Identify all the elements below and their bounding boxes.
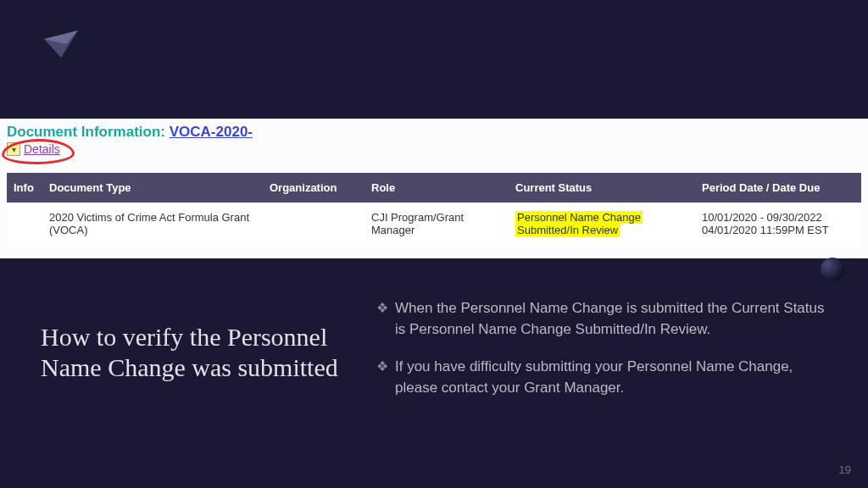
cell-doc-type: 2020 Victims of Crime Act Formula Grant … [42,202,263,245]
doc-info-label: Document Information: [7,124,165,140]
details-row: ▾ Details [7,142,861,156]
slide-title: How to verify the Personnel Name Change … [41,322,346,383]
details-link[interactable]: Details [24,142,60,156]
date-line1: 10/01/2020 - 09/30/2022 [702,211,822,224]
col-header-organization: Organization [263,173,364,202]
page-number: 19 [839,463,851,476]
col-header-current-status: Current Status [509,173,695,202]
status-highlight-line2: Submitted/In Review [515,224,620,236]
col-header-role: Role [364,173,509,202]
dropdown-toggle-icon[interactable]: ▾ [7,142,20,156]
cell-organization [263,202,364,245]
col-header-doc-type: Document Type [42,173,263,202]
cell-info [7,202,42,245]
col-header-info: Info [7,173,42,202]
col-header-period-date: Period Date / Date Due [695,173,861,202]
doc-info-link[interactable]: VOCA-2020- [170,124,253,140]
document-table: Info Document Type Organization Role Cur… [7,173,861,245]
bullet-item-1: When the Personnel Name Change is submit… [376,298,834,340]
table-row[interactable]: 2020 Victims of Crime Act Formula Grant … [7,202,861,245]
cell-role: CJI Program/Grant Manager [364,202,509,245]
cell-current-status: Personnel Name Change Submitted/In Revie… [509,202,695,245]
table-header-row: Info Document Type Organization Role Cur… [7,173,861,202]
bullet-item-2: If you have difficulty submitting your P… [376,357,834,398]
bullet-list: When the Personnel Name Change is submit… [376,298,834,416]
status-highlight-line1: Personnel Name Change [515,211,643,224]
date-line2: 04/01/2020 11:59PM EST [702,224,829,236]
app-screenshot-panel: Document Information: VOCA-2020- ▾ Detai… [0,119,868,258]
cell-period-date: 10/01/2020 - 09/30/2022 04/01/2020 11:59… [695,202,861,245]
decorative-sphere-icon [821,258,844,281]
cone-logo-icon [41,24,81,64]
document-information-line: Document Information: VOCA-2020- [7,124,861,141]
